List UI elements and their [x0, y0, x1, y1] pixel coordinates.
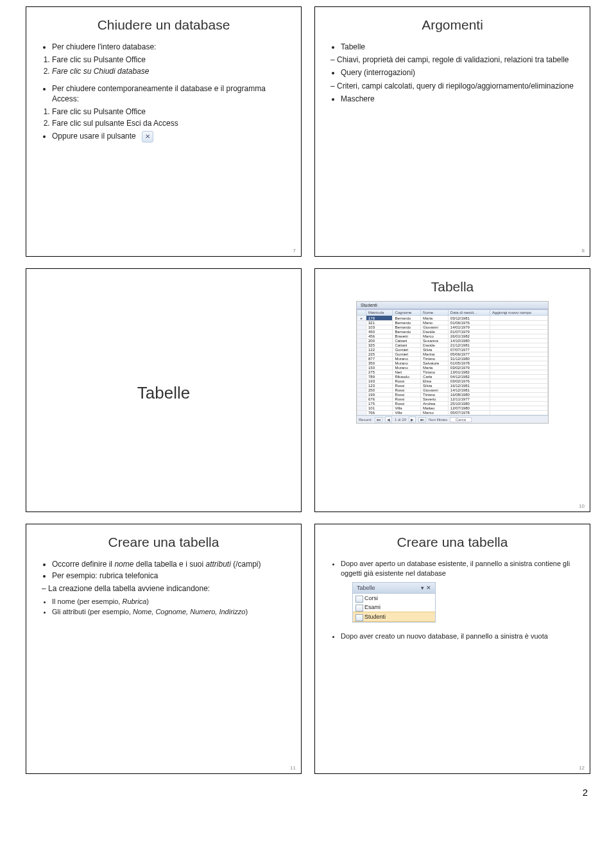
column-header: Nome	[421, 310, 449, 316]
text: Occorre definire il	[52, 560, 114, 569]
cell: 14/01/1979	[448, 325, 490, 330]
cell: Rossi	[393, 379, 421, 384]
cell: 04/12/1982	[448, 375, 490, 379]
cell: Susanna	[421, 339, 449, 343]
text: Gli attributi (per esempio,	[52, 608, 133, 615]
page-number: 12	[579, 765, 585, 771]
nav-pane-header: Tabelle ▾ ✕	[353, 583, 435, 594]
cell: Saverio	[421, 397, 449, 402]
nav-next-icon: ▶	[409, 417, 416, 422]
table-row: ▸178BernardoMaria03/12/1981	[357, 316, 548, 321]
slide-7: Chiudere un database Per chiudere l'inte…	[26, 6, 302, 257]
text: Tabelle	[357, 585, 375, 591]
datasheet-tab: Studenti	[357, 302, 548, 309]
cell: Cattani	[393, 339, 421, 343]
cell: 03/02/1976	[448, 379, 490, 384]
cell: 26/01/1982	[448, 334, 490, 339]
cell: 03/12/1981	[448, 316, 490, 321]
cell: 01/06/1976	[448, 321, 490, 325]
table-row: 175RossiAndrea25/10/1980	[357, 402, 548, 406]
table-row: 766VillaMarco05/07/1978	[357, 411, 548, 415]
datasheet-screenshot: Studenti MatricolaCognomeNomeData di nas…	[356, 301, 549, 424]
text: Gli attributi (per esempio, Nome, Cognom…	[52, 607, 289, 617]
cell: Tiziano	[421, 393, 449, 397]
text: Fare clic su Pulsante Office	[52, 107, 146, 116]
table-row: 101VillaMatteo12/07/1980	[357, 406, 548, 411]
table-row: 789RibaudoCarla04/12/1982	[357, 375, 548, 379]
cell: Marco	[421, 334, 449, 339]
cell: 450	[366, 330, 393, 334]
column-header: Aggiungi nuovo campo	[490, 310, 548, 316]
cell: Silvia	[421, 348, 449, 352]
cell: Bernardo	[393, 316, 421, 321]
cell: 325	[366, 343, 393, 348]
record-navigator: Record: ⏮ ◀ 1 di 20 ▶ ⏭ Non filtrato Cer…	[357, 415, 548, 423]
cell: Carla	[421, 375, 449, 379]
page-number: 8	[582, 248, 585, 254]
cell: 12/07/1980	[448, 406, 490, 411]
cell: Matteo	[421, 406, 449, 411]
table-row: 321BernardoMario01/06/1976	[357, 321, 548, 325]
slide-title: Creare una tabella	[38, 535, 289, 550]
text: Nome, Cognome, Numero, Indirizzo	[133, 608, 245, 615]
text: Dopo aver creato un nuovo database, il p…	[341, 632, 578, 641]
text: Criteri, campi calcolati, query di riepi…	[341, 81, 578, 91]
slide-title: Tabella	[327, 279, 578, 295]
slide-content: Dopo aver aperto un database esistente, …	[327, 556, 578, 768]
text: Per chiudere l'intero database:	[52, 42, 289, 52]
cell: Rossi	[393, 393, 421, 397]
cell: Davide	[421, 343, 449, 348]
filter-status: Non filtrato	[429, 418, 447, 422]
text: Fare clic su Pulsante Office	[52, 55, 289, 65]
nav-pane-item: Esami	[353, 603, 435, 612]
nav-prev-icon: ◀	[385, 417, 392, 422]
cell: 877	[366, 357, 393, 361]
text: Rubrica	[122, 598, 146, 605]
text: )	[146, 598, 149, 605]
table-row: 275NeriTiziano13/01/1982	[357, 370, 548, 375]
cell: Silvia	[421, 384, 449, 388]
text: La creazione della tabella avviene indic…	[52, 583, 289, 594]
cell: 12/11/1977	[448, 397, 490, 402]
slide-content: Tabelle Chiavi, proprietà dei campi, reg…	[327, 39, 578, 251]
datasheet-table: MatricolaCognomeNomeData di nascit…Aggiu…	[357, 309, 548, 415]
cell: 25/10/1980	[448, 402, 490, 406]
cell: 21/12/1981	[448, 343, 490, 348]
cell: 03/02/1979	[448, 366, 490, 370]
slide-9: Tabelle	[26, 268, 302, 512]
cell: 199	[366, 393, 393, 397]
search-box: Cerca	[450, 417, 472, 422]
slide-content: Per chiudere l'intero database: Fare cli…	[38, 39, 289, 251]
cell: Marta	[421, 366, 449, 370]
nav-last-icon: ⏭	[418, 417, 426, 422]
slide-content: Studenti MatricolaCognomeNomeData di nas…	[327, 301, 578, 506]
slide-title: Chiudere un database	[38, 17, 289, 33]
cell: Cattani	[393, 343, 421, 348]
cell: Marco	[421, 411, 449, 415]
slide-8: Argomenti Tabelle Chiavi, proprietà dei …	[314, 6, 590, 257]
cell: Rossi	[393, 384, 421, 388]
slide-11: Creare una tabella Occorre definire il n…	[26, 524, 302, 774]
text: Oppure usare il pulsante	[52, 131, 289, 142]
cell: Rossi	[393, 388, 421, 393]
slide-grid: Chiudere un database Per chiudere l'inte…	[26, 6, 590, 774]
cell: Murano	[393, 357, 421, 361]
cell: 225	[366, 352, 393, 357]
record-position: 1 di 20	[395, 418, 406, 422]
table-row: 103BernardoGiovanni14/01/1979	[357, 325, 548, 330]
cell: Bernardo	[393, 321, 421, 325]
cell: Villa	[393, 406, 421, 411]
cell: 14/10/1980	[448, 339, 490, 343]
cell: Elisa	[421, 379, 449, 384]
nav-first-icon: ⏮	[375, 417, 382, 422]
slide-content: Occorre definire il nome della tabella e…	[38, 556, 289, 768]
text: Occorre definire il nome della tabella e…	[52, 559, 289, 569]
text: (/campi)	[231, 560, 261, 569]
cell: 101	[366, 406, 393, 411]
text: Fare clic su Pulsante Office	[52, 55, 146, 64]
text: Fare clic su Chiudi database	[52, 67, 149, 76]
table-row: 325CattaniDavide21/12/1981	[357, 343, 548, 348]
table-row: 150MuranoMarta03/02/1979	[357, 366, 548, 370]
cell: 150	[366, 366, 393, 370]
cell: Rossi	[393, 397, 421, 402]
